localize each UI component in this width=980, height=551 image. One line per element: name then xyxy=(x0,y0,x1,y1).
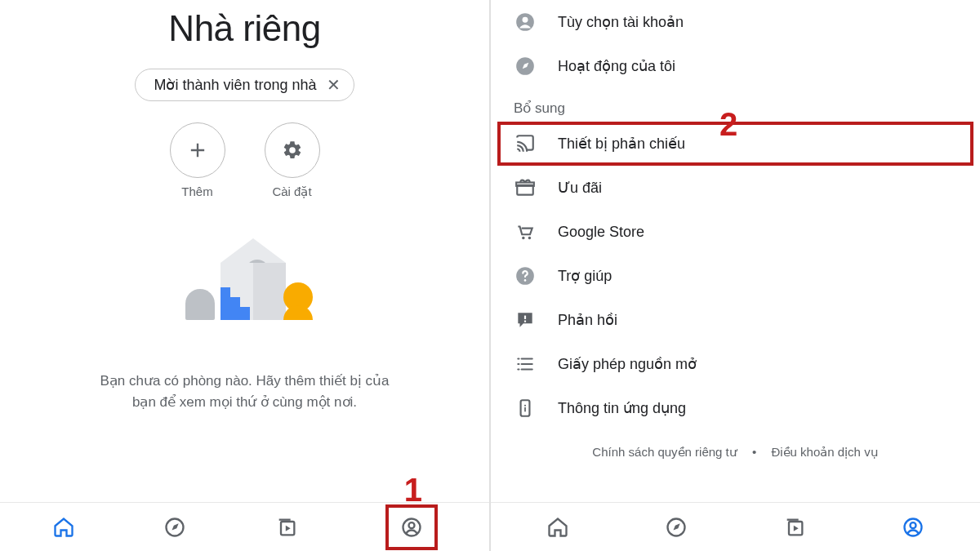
phone-info-icon xyxy=(514,397,537,420)
terms-link[interactable]: Điều khoản dịch vụ xyxy=(771,445,878,459)
nav-account[interactable] xyxy=(901,515,925,540)
nav-home[interactable] xyxy=(51,515,76,540)
menu-google-store[interactable]: Google Store xyxy=(491,210,980,254)
annotation-1: 1 xyxy=(404,472,422,509)
play-library-icon xyxy=(783,516,806,539)
help-icon xyxy=(514,264,537,287)
feedback-icon xyxy=(514,309,537,331)
svg-point-23 xyxy=(524,405,526,407)
svg-point-16 xyxy=(522,237,524,239)
privacy-link[interactable]: Chính sách quyền riêng tư xyxy=(592,445,737,459)
menu-my-activity[interactable]: Hoạt động của tôi xyxy=(491,44,980,88)
page-title: Nhà riêng xyxy=(168,8,320,49)
settings-label: Cài đặt xyxy=(265,184,320,199)
svg-point-12 xyxy=(523,17,528,23)
settings-button[interactable] xyxy=(265,122,320,178)
separator-dot: • xyxy=(752,445,756,459)
svg-rect-3 xyxy=(253,263,286,320)
add-action: Thêm xyxy=(170,122,225,199)
play-library-icon xyxy=(275,516,298,539)
nav-discover[interactable] xyxy=(664,515,688,540)
list-icon xyxy=(514,353,537,375)
cast-icon xyxy=(514,132,537,155)
nav-home[interactable] xyxy=(546,515,570,540)
home-icon xyxy=(546,516,569,539)
menu-offers[interactable]: Ưu đãi xyxy=(491,166,980,210)
svg-marker-0 xyxy=(220,238,286,263)
nav-account-highlighted[interactable] xyxy=(385,504,438,550)
bottom-nav-right xyxy=(491,502,980,551)
home-icon xyxy=(52,516,75,539)
svg-rect-15 xyxy=(516,183,534,186)
compass-filled-icon xyxy=(514,55,537,78)
menu-account-options[interactable]: Tùy chọn tài khoản xyxy=(491,0,980,44)
home-screen: Nhà riêng Mời thành viên trong nhà ✕ Thê… xyxy=(0,0,491,551)
svg-rect-24 xyxy=(524,407,526,411)
annotation-2: 2 xyxy=(719,106,737,143)
empty-state-illustration xyxy=(155,222,335,353)
invite-member-chip[interactable]: Mời thành viên trong nhà ✕ xyxy=(135,69,354,101)
account-icon xyxy=(902,516,924,539)
svg-point-19 xyxy=(524,279,527,282)
person-circle-icon xyxy=(514,11,537,33)
nav-discover[interactable] xyxy=(163,515,187,540)
plus-icon xyxy=(186,139,209,162)
svg-rect-21 xyxy=(524,321,526,322)
empty-state-text: Bạn chưa có phòng nào. Hãy thêm thiết bị… xyxy=(100,371,389,412)
nav-media[interactable] xyxy=(782,515,807,540)
menu-feedback[interactable]: Phản hồi xyxy=(491,298,980,342)
add-button[interactable] xyxy=(170,122,225,178)
compass-icon xyxy=(665,516,688,539)
svg-point-17 xyxy=(528,237,531,239)
svg-rect-5 xyxy=(185,304,215,320)
cart-icon xyxy=(514,220,537,243)
nav-media[interactable] xyxy=(274,515,299,540)
menu-help[interactable]: Trợ giúp xyxy=(491,254,980,298)
menu-open-source[interactable]: Giấy phép nguồn mở xyxy=(491,342,980,386)
account-menu-screen: Tùy chọn tài khoản Hoạt động của tôi Bổ … xyxy=(491,0,980,551)
compass-icon xyxy=(163,516,186,539)
menu-app-info[interactable]: Thông tin ứng dụng xyxy=(491,386,980,430)
gear-icon xyxy=(282,140,303,161)
footer-links: Chính sách quyền riêng tư • Điều khoản d… xyxy=(491,430,980,468)
svg-point-28 xyxy=(910,522,915,528)
bottom-nav-left xyxy=(0,502,489,551)
svg-point-10 xyxy=(408,522,414,528)
settings-action: Cài đặt xyxy=(265,122,320,199)
add-label: Thêm xyxy=(170,184,225,198)
svg-rect-20 xyxy=(524,316,526,319)
gift-icon xyxy=(514,176,537,199)
account-icon xyxy=(400,516,423,539)
invite-member-label: Mời thành viên trong nhà xyxy=(154,76,316,94)
close-icon[interactable]: ✕ xyxy=(327,77,341,93)
